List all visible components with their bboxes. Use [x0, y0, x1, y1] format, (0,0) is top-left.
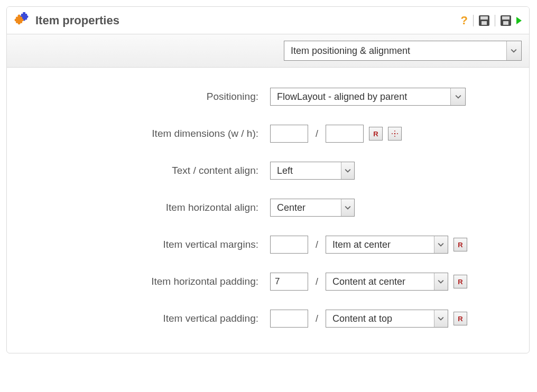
- header-icons: ?: [461, 14, 522, 27]
- h-padding-loc-select-input[interactable]: Content at center: [326, 273, 434, 290]
- row-v-padding: Item vertical padding: / Content at top …: [22, 310, 514, 328]
- row-v-margins: Item vertical margins: / Item at center …: [22, 236, 514, 254]
- v-padding-loc-select-input[interactable]: Content at top: [326, 310, 434, 327]
- chevron-down-icon: [341, 199, 354, 216]
- save-icon[interactable]: [479, 15, 489, 26]
- save-and-continue-icon[interactable]: [501, 15, 511, 26]
- text-align-select-input[interactable]: Left: [271, 162, 341, 179]
- chevron-down-icon: [450, 88, 465, 105]
- h-align-label: Item horizontal align:: [22, 202, 270, 213]
- positioning-label: Positioning:: [22, 91, 270, 102]
- slash: /: [313, 313, 320, 324]
- v-margins-label: Item vertical margins:: [22, 239, 270, 250]
- v-padding-input[interactable]: [270, 310, 308, 328]
- separator: [495, 15, 495, 26]
- h-padding-loc-select[interactable]: Content at center: [326, 273, 448, 291]
- h-align-select-input[interactable]: Center: [271, 199, 341, 216]
- row-h-align: Item horizontal align: Center: [22, 199, 514, 217]
- panel-title: Item properties: [35, 14, 119, 27]
- text-align-select[interactable]: Left: [270, 162, 355, 180]
- reset-button[interactable]: R: [453, 312, 467, 325]
- positioning-select-input[interactable]: FlowLayout - aligned by parent: [271, 88, 450, 105]
- item-properties-panel: Item properties ? Item positioning & ali…: [6, 6, 530, 353]
- row-text-align: Text / content align: Left: [22, 162, 514, 180]
- row-positioning: Positioning: FlowLayout - aligned by par…: [22, 88, 514, 106]
- section-bar: Item positioning & alignment: [7, 34, 529, 68]
- h-align-select[interactable]: Center: [270, 199, 355, 217]
- help-icon[interactable]: ?: [461, 14, 468, 27]
- section-select-input[interactable]: Item positioning & alignment: [284, 41, 506, 60]
- reset-button[interactable]: R: [453, 275, 467, 288]
- slash: /: [313, 239, 320, 250]
- reset-button[interactable]: R: [369, 127, 383, 141]
- section-select[interactable]: Item positioning & alignment: [284, 41, 522, 61]
- v-margins-loc-select[interactable]: Item at center: [326, 236, 448, 254]
- chevron-down-icon: [434, 236, 448, 253]
- v-padding-label: Item vertical padding:: [22, 313, 270, 324]
- dimensions-width-input[interactable]: [270, 125, 308, 143]
- positioning-select[interactable]: FlowLayout - aligned by parent: [270, 88, 466, 106]
- dimensions-height-input[interactable]: [326, 125, 364, 143]
- row-h-padding: Item horizontal padding: / Content at ce…: [22, 273, 514, 291]
- slash: /: [313, 128, 320, 139]
- chevron-down-icon: [434, 273, 448, 290]
- v-margins-loc-select-input[interactable]: Item at center: [326, 236, 434, 253]
- separator: [473, 15, 474, 26]
- h-padding-label: Item horizontal padding:: [22, 276, 270, 287]
- chevron-down-icon: [506, 41, 521, 60]
- arrow-right-icon[interactable]: [516, 17, 522, 24]
- slash: /: [313, 276, 320, 287]
- fit-icon[interactable]: [388, 127, 402, 141]
- puzzle-icon: [14, 12, 31, 29]
- panel-header: Item properties ?: [7, 7, 529, 34]
- form-area: Positioning: FlowLayout - aligned by par…: [7, 68, 529, 353]
- row-dimensions: Item dimensions (w / h): / R: [22, 125, 514, 143]
- reset-button[interactable]: R: [453, 238, 467, 251]
- chevron-down-icon: [341, 162, 354, 179]
- v-padding-loc-select[interactable]: Content at top: [326, 310, 448, 328]
- h-padding-input[interactable]: [270, 273, 308, 291]
- text-align-label: Text / content align:: [22, 165, 270, 176]
- dimensions-label: Item dimensions (w / h):: [22, 128, 270, 139]
- chevron-down-icon: [434, 310, 448, 327]
- svg-point-0: [394, 133, 396, 135]
- v-margins-input[interactable]: [270, 236, 308, 254]
